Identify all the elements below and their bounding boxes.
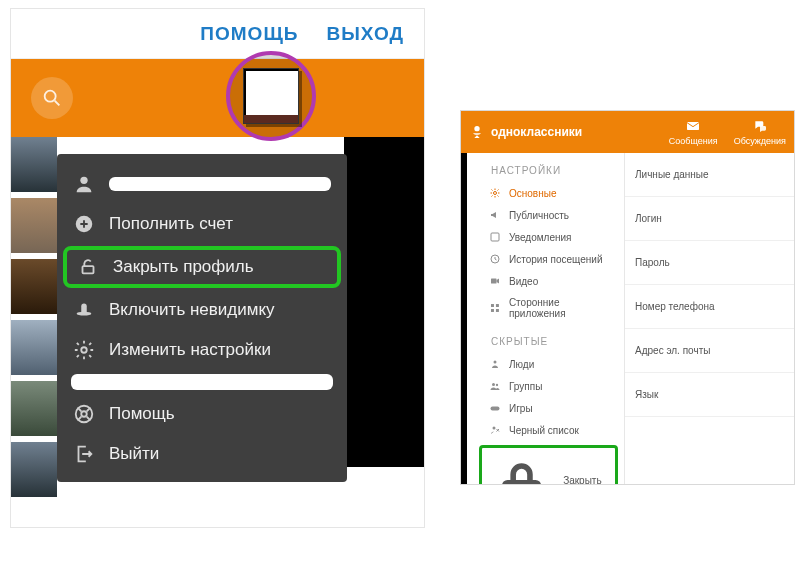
avatar-highlight-ring: [226, 51, 316, 141]
user-icon: [73, 173, 95, 195]
svg-point-6: [81, 347, 87, 353]
gamepad-icon: [489, 402, 501, 414]
sidebar-item-notifications[interactable]: Уведомления: [461, 226, 624, 248]
nav-label: Обсуждения: [734, 136, 786, 146]
svg-rect-4: [83, 266, 94, 273]
dropdown-item-label: Закрыть профиль: [113, 257, 254, 277]
svg-rect-15: [491, 304, 494, 307]
logout-link[interactable]: ВЫХОД: [326, 23, 404, 45]
sidebar-item-label: Люди: [509, 359, 534, 370]
settings-row-lang[interactable]: Язык: [625, 373, 794, 417]
dropdown-item-label: Пополнить счет: [109, 214, 233, 234]
dropdown-item-label: Помощь: [109, 404, 175, 424]
settings-row-password[interactable]: Пароль: [625, 241, 794, 285]
search-icon: [41, 87, 63, 109]
hat-icon: [73, 299, 95, 321]
site-logo-text: одноклассники: [491, 125, 582, 139]
sidebar-item-publicity[interactable]: Публичность: [461, 204, 624, 226]
dropdown-user-row[interactable]: [57, 164, 347, 204]
settings-detail-column: Личные данные Логин Пароль Номер телефон…: [625, 153, 794, 484]
svg-point-2: [80, 177, 87, 184]
sidebar-group-title: СКРЫТЫЕ: [461, 324, 624, 353]
svg-rect-10: [687, 122, 699, 130]
apps-icon: [489, 302, 501, 314]
dropdown-item-label: Изменить настройки: [109, 340, 271, 360]
sidebar-item-label: Сторонние приложения: [509, 297, 618, 319]
svg-point-11: [494, 192, 497, 195]
svg-point-9: [474, 126, 479, 131]
sidebar-item-history[interactable]: История посещений: [461, 248, 624, 270]
friend-thumb[interactable]: [11, 442, 57, 497]
sidebar-item-video[interactable]: Видео: [461, 270, 624, 292]
lock-icon: [488, 452, 555, 484]
header-nav: Сообщения Обсуждения: [669, 118, 786, 146]
megaphone-icon: [489, 209, 501, 221]
svg-point-0: [45, 91, 56, 102]
users-icon: [489, 380, 501, 392]
nav-discussions[interactable]: Обсуждения: [734, 118, 786, 146]
sidebar-item-label: Черный список: [509, 425, 579, 436]
ok-logo-icon: [469, 124, 485, 140]
dropdown-item-label: Включить невидимку: [109, 300, 275, 320]
svg-rect-18: [496, 309, 499, 312]
friend-thumb[interactable]: [11, 137, 57, 192]
dropdown-invisible[interactable]: Включить невидимку: [57, 290, 347, 330]
svg-point-8: [81, 411, 87, 417]
sidebar-item-blacklist[interactable]: Черный список: [461, 419, 624, 441]
checkbox-icon: [489, 231, 501, 243]
envelope-icon: [685, 118, 701, 134]
sidebar-item-thirdparty[interactable]: Сторонние приложения: [461, 292, 624, 324]
nav-messages[interactable]: Сообщения: [669, 118, 718, 146]
sidebar-close-profile[interactable]: Закрыть профиль: [479, 445, 618, 484]
settings-row-phone[interactable]: Номер телефона: [625, 285, 794, 329]
settings-row-login[interactable]: Логин: [625, 197, 794, 241]
svg-rect-14: [491, 279, 497, 284]
friend-thumb[interactable]: [11, 259, 57, 314]
top-links-bar: ПОМОЩЬ ВЫХОД: [11, 9, 424, 59]
sidebar-item-label: Закрыть профиль: [563, 475, 609, 484]
friend-thumb[interactable]: [11, 198, 57, 253]
dropdown-help[interactable]: Помощь: [57, 394, 347, 434]
nav-label: Сообщения: [669, 136, 718, 146]
dropdown-close-profile[interactable]: Закрыть профиль: [63, 246, 341, 288]
sidebar-item-games[interactable]: Игры: [461, 397, 624, 419]
dropdown-item-label: Выйти: [109, 444, 159, 464]
dark-background-strip: [344, 137, 424, 467]
svg-rect-17: [491, 309, 494, 312]
sidebar-item-general[interactable]: Основные: [461, 182, 624, 204]
settings-row-personal[interactable]: Личные данные: [625, 153, 794, 197]
friend-thumb[interactable]: [11, 320, 57, 375]
user-icon: [489, 358, 501, 370]
sidebar-item-label: Основные: [509, 188, 556, 199]
left-black-strip: [461, 153, 467, 484]
svg-rect-22: [491, 407, 500, 411]
gear-icon: [489, 187, 501, 199]
help-link[interactable]: ПОМОЩЬ: [200, 23, 298, 45]
profile-avatar[interactable]: [243, 68, 299, 124]
user-x-icon: [489, 424, 501, 436]
clock-icon: [489, 253, 501, 265]
redacted-name: [109, 177, 331, 191]
search-button[interactable]: [31, 77, 73, 119]
site-header: одноклассники Сообщения Обсуждения: [461, 111, 794, 153]
site-logo[interactable]: одноклассники: [469, 124, 582, 140]
dropdown-topup[interactable]: Пополнить счет: [57, 204, 347, 244]
sidebar-item-groups[interactable]: Группы: [461, 375, 624, 397]
sidebar-item-label: Группы: [509, 381, 542, 392]
settings-body: НАСТРОЙКИ Основные Публичность Уведомлен…: [461, 153, 794, 484]
svg-line-1: [55, 101, 60, 106]
friend-thumb[interactable]: [11, 381, 57, 436]
sidebar-item-label: Уведомления: [509, 232, 572, 243]
dropdown-settings[interactable]: Изменить настройки: [57, 330, 347, 370]
unlock-icon: [77, 256, 99, 278]
dropdown-logout[interactable]: Выйти: [57, 434, 347, 474]
lifebuoy-icon: [73, 403, 95, 425]
settings-sidebar: НАСТРОЙКИ Основные Публичность Уведомлен…: [461, 153, 625, 484]
gear-icon: [73, 339, 95, 361]
settings-row-email[interactable]: Адрес эл. почты: [625, 329, 794, 373]
sidebar-item-people[interactable]: Люди: [461, 353, 624, 375]
svg-rect-12: [491, 233, 499, 241]
chat-icon: [752, 118, 768, 134]
friend-thumbnails: [11, 137, 57, 497]
svg-rect-16: [496, 304, 499, 307]
